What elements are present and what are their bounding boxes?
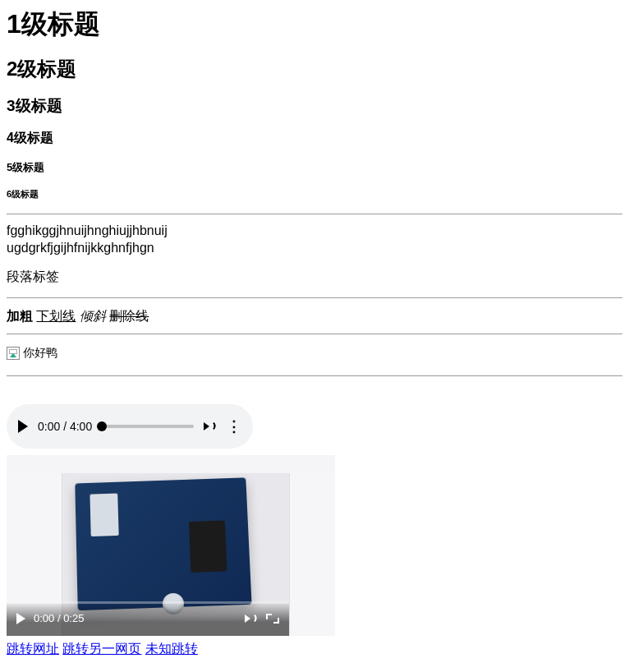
heading-3: 3级标题: [7, 95, 622, 117]
audio-menu-button[interactable]: ⋮: [227, 417, 241, 435]
audio-time: 0:00 / 4:00: [38, 420, 92, 433]
body-text: fgghikggjhnuijhnghiujjhbnuij ugdgrkfjgij…: [7, 223, 622, 257]
heading-2: 2级标题: [7, 56, 622, 82]
divider: [7, 334, 622, 334]
bold-sample: 加粗: [7, 309, 33, 323]
link-jump-other-page[interactable]: 跳转另一网页: [62, 642, 141, 656]
video-controls: 0:00 / 0:25: [7, 601, 289, 636]
video-volume-button[interactable]: [245, 614, 258, 623]
divider: [7, 375, 622, 376]
strike-sample: 删除线: [109, 309, 149, 323]
heading-4: 4级标题: [7, 130, 622, 147]
body-line-1: fgghikggjhnuijhnghiujjhbnuij: [7, 223, 168, 237]
broken-image-icon: [7, 347, 20, 360]
underline-sample: 下划线: [36, 309, 76, 323]
divider: [7, 214, 622, 214]
italic-sample: 倾斜: [80, 309, 106, 323]
audio-volume-button[interactable]: [204, 422, 217, 430]
sound-wave-icon: [251, 614, 259, 623]
audio-play-button[interactable]: [18, 420, 28, 433]
body-line-2: ugdgrkfjgijhfnijkkghnfjhgn: [7, 241, 154, 255]
video-progress-bar[interactable]: [7, 601, 289, 604]
speaker-icon: [245, 614, 250, 623]
heading-6: 6级标题: [7, 188, 622, 200]
video-fullscreen-button[interactable]: [266, 614, 279, 624]
video-play-button[interactable]: [16, 613, 25, 624]
broken-image: 你好鸭: [7, 346, 57, 361]
link-jump-url[interactable]: 跳转网址: [7, 642, 59, 656]
heading-1: 1级标题: [7, 7, 622, 43]
audio-player[interactable]: 0:00 / 4:00 ⋮: [7, 404, 253, 449]
sound-wave-icon: [210, 422, 218, 430]
heading-5: 5级标题: [7, 160, 622, 175]
link-unknown-jump[interactable]: 未知跳转: [145, 642, 198, 656]
text-styles-row: 加粗 下划线 倾斜 删除线: [7, 308, 622, 325]
video-player[interactable]: 0:00 / 0:25: [7, 455, 335, 636]
paragraph-label: 段落标签: [7, 269, 622, 286]
audio-seek-track[interactable]: [102, 425, 194, 428]
broken-image-alt: 你好鸭: [23, 346, 57, 361]
divider: [7, 297, 622, 298]
video-time: 0:00 / 0:25: [34, 612, 84, 624]
speaker-icon: [204, 422, 209, 430]
link-row: 跳转网址 跳转另一网页 未知跳转: [7, 641, 622, 658]
